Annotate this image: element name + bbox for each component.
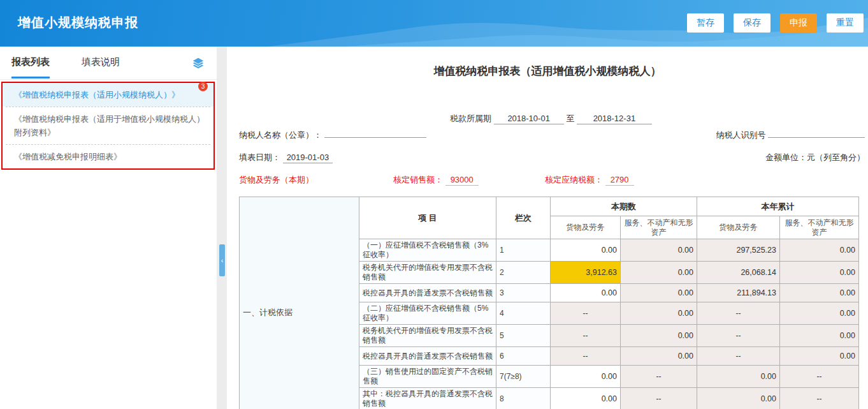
- cell-value: 0.00: [621, 262, 697, 284]
- reset-button[interactable]: 重置: [827, 13, 864, 33]
- cell-value: 0.00: [780, 239, 859, 262]
- cell-value: 26,068.14: [697, 262, 780, 284]
- tab-fill-instructions[interactable]: 填表说明: [82, 56, 120, 77]
- temp-save-button[interactable]: 暂存: [687, 13, 724, 33]
- approved-row: 货物及劳务（本期） 核定销售额： 93000 核定应纳税额： 2790: [239, 174, 865, 186]
- period-end-field[interactable]: 2018-12-31: [577, 114, 652, 124]
- taxpayer-name-label: 纳税人名称（公章）：: [239, 130, 322, 140]
- cell-value[interactable]: 0.00: [551, 366, 621, 388]
- panel-gap: [217, 47, 227, 409]
- layers-icon[interactable]: [191, 56, 205, 70]
- declare-button[interactable]: 申报: [780, 13, 817, 33]
- main-panel: 增值税纳税申报表（适用增值税小规模纳税人） 税款所属期 2018-10-01 至…: [227, 47, 868, 409]
- cell-value: --: [551, 302, 621, 325]
- row-item-label: 税务机关代开的增值税专用发票不含税销售额: [359, 262, 496, 284]
- cell-value: --: [697, 325, 780, 347]
- approved-tax-label: 核定应纳税额：: [545, 175, 603, 184]
- cell-value-highlighted[interactable]: 3,912.63: [551, 262, 621, 284]
- header-services-current: 服务、不动产和无形资产: [621, 216, 697, 239]
- cell-value: --: [621, 388, 697, 409]
- header-goods-ytd: 货物及劳务: [697, 216, 780, 239]
- taxpayer-row: 纳税人名称（公章）： 纳税人识别号: [239, 130, 865, 141]
- cell-value: 0.00: [621, 347, 697, 366]
- cell-value: --: [621, 366, 697, 388]
- sidebar: 报表列表 填表说明 3 《增值税纳税申报表（适用小规模纳税人）》 《增值税纳税申…: [0, 47, 217, 409]
- report-item-exemption-detail[interactable]: 《增值税减免税申报明细表》: [3, 145, 213, 168]
- declaration-table: 一、计税依据 项 目 栏次 本期数 本年累计 货物及劳务 服务、不动产和无形资产…: [239, 197, 859, 409]
- header-item: 项 目: [359, 197, 496, 239]
- header-year-to-date: 本年累计: [697, 197, 859, 216]
- app-header: 增值小规模纳税申报 暂存 保存 申报 重置: [0, 0, 868, 47]
- cell-value: 0.00: [780, 325, 859, 347]
- row-item-label: 税务机关代开的增值税专用发票不含税销售额: [359, 325, 496, 347]
- sidebar-tabs: 报表列表 填表说明: [0, 47, 217, 80]
- header-actions: 暂存 保存 申报 重置: [687, 13, 864, 33]
- row-item-label: （一）应征增值税不含税销售额（3%征收率）: [359, 239, 496, 262]
- cell-value: 297,525.23: [697, 239, 780, 262]
- cell-value[interactable]: 0.00: [551, 284, 621, 302]
- taxpayer-name-field[interactable]: [324, 137, 426, 138]
- cell-value: 0.00: [697, 366, 780, 388]
- save-button[interactable]: 保存: [734, 13, 770, 33]
- report-item-main-form[interactable]: 《增值税纳税申报表（适用小规模纳税人）》: [3, 83, 213, 107]
- cell-value[interactable]: 0.00: [551, 239, 621, 262]
- header-current-period: 本期数: [551, 197, 697, 216]
- tax-period-label: 税款所属期: [450, 114, 491, 123]
- row-item-label: 税控器具开具的普通发票不含税销售额: [359, 347, 496, 366]
- cell-value: --: [551, 347, 621, 366]
- tax-period-row: 税款所属期 2018-10-01 至 2018-12-31: [450, 113, 652, 124]
- cell-value: 0.00: [621, 325, 697, 347]
- approved-sales-value: 93000: [445, 175, 479, 186]
- header-goods-current: 货物及劳务: [551, 216, 621, 239]
- period-start-field[interactable]: 2018-10-01: [494, 114, 564, 124]
- header-column-no: 栏次: [496, 197, 551, 239]
- cell-value: 0.00: [621, 284, 697, 302]
- amount-unit-label: 金额单位：元（列至角分）: [765, 152, 865, 163]
- row-column-no: 1: [496, 239, 551, 262]
- report-list: 3 《增值税纳税申报表（适用小规模纳税人）》 《增值税纳税申报表（适用于增值税小…: [1, 82, 215, 170]
- row-column-no: 2: [496, 262, 551, 284]
- to-label: 至: [566, 114, 574, 123]
- page-title: 增值小规模纳税申报: [18, 14, 138, 31]
- row-item-label: （二）应征增值税不含税销售额（5%征收率）: [359, 302, 496, 325]
- cell-value: 0.00: [780, 347, 859, 366]
- cell-value: 0.00: [621, 302, 697, 325]
- approved-scope-label: 货物及劳务（本期）: [239, 175, 314, 184]
- row-column-no: 4: [496, 302, 551, 325]
- fill-date-field[interactable]: 2019-01-03: [283, 152, 333, 163]
- cell-value: 0.00: [621, 239, 697, 262]
- cell-value: 0.00: [780, 284, 859, 302]
- cell-value: --: [697, 302, 780, 325]
- cell-value: 0.00: [697, 388, 780, 409]
- category-cell: 一、计税依据: [240, 197, 359, 409]
- row-column-no: 8: [496, 388, 551, 409]
- cell-value: 211,894.13: [697, 284, 780, 302]
- fill-date-row: 填表日期： 2019-01-03 金额单位：元（列至角分）: [239, 152, 865, 163]
- cell-value: 0.00: [780, 302, 859, 325]
- tab-report-list[interactable]: 报表列表: [11, 56, 50, 78]
- form-title: 增值税纳税申报表（适用增值税小规模纳税人）: [227, 64, 868, 78]
- row-column-no: 5: [496, 325, 551, 347]
- fill-date-label: 填表日期：: [239, 152, 280, 162]
- cell-value: --: [551, 325, 621, 347]
- cell-value: 0.00: [780, 262, 859, 284]
- cell-value: --: [697, 347, 780, 366]
- taxpayer-id-label: 纳税人识别号: [716, 130, 765, 140]
- cell-value: --: [780, 366, 859, 388]
- table-body: 一、计税依据 项 目 栏次 本期数 本年累计 货物及劳务 服务、不动产和无形资产…: [240, 197, 859, 409]
- row-item-label: 其中：税控器具开具的普通发票不含税销售额: [359, 388, 496, 409]
- row-item-label: 税控器具开具的普通发票不含税销售额: [359, 284, 496, 302]
- report-count-badge: 3: [198, 82, 208, 91]
- cell-value: --: [780, 388, 859, 409]
- row-column-no: 7(7≥8): [496, 366, 551, 388]
- cell-value[interactable]: 0.00: [551, 388, 621, 409]
- row-item-label: （三）销售使用过的固定资产不含税销售额: [359, 366, 496, 388]
- header-services-ytd: 服务、不动产和无形资产: [780, 216, 859, 239]
- approved-sales-label: 核定销售额：: [393, 175, 443, 184]
- row-column-no: 3: [496, 284, 551, 302]
- collapse-sidebar-icon[interactable]: ‹: [219, 244, 225, 276]
- approved-tax-value: 2790: [605, 175, 634, 186]
- report-item-attachment[interactable]: 《增值税纳税申报表（适用于增值税小规模纳税人）附列资料》: [3, 107, 213, 144]
- taxpayer-id-field[interactable]: [768, 137, 865, 138]
- row-column-no: 6: [496, 347, 551, 366]
